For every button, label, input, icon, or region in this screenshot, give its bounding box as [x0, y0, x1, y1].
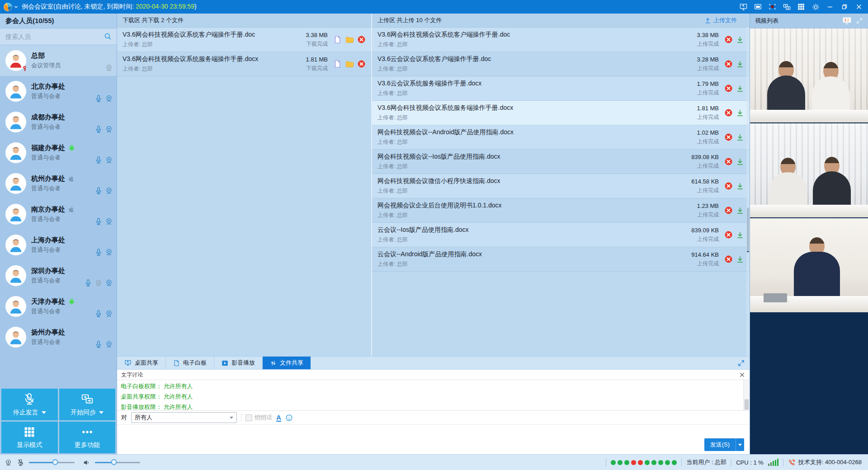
sync-screens-icon[interactable]: [779, 0, 794, 14]
mic-muted-icon[interactable]: [17, 459, 24, 466]
download-file-icon[interactable]: [736, 207, 744, 215]
delete-file-icon[interactable]: [724, 230, 733, 239]
open-folder-icon[interactable]: [345, 35, 354, 44]
upload-file-row[interactable]: 网会科技视频会议--Android版产品使用指南.docx 上传者: 总部 1.…: [372, 125, 750, 150]
download-file-icon[interactable]: [736, 85, 744, 93]
mic-icon[interactable]: [94, 94, 103, 103]
mic-icon[interactable]: [94, 248, 103, 256]
participant-row[interactable]: 福建办事处 普通与会者: [0, 137, 117, 168]
webcam-icon[interactable]: [5, 459, 12, 466]
display-mode-button[interactable]: 显示模式: [1, 422, 58, 453]
participant-row[interactable]: 总部 会议管理员: [0, 45, 117, 76]
download-file-icon[interactable]: [736, 109, 744, 117]
download-file-row[interactable]: V3.6网会科技视频会议系统客户端操作手册.doc 上传者: 总部 3.38 M…: [117, 28, 371, 52]
participant-row[interactable]: 北京办事处 普通与会者: [0, 76, 117, 107]
video-thumbnail-3[interactable]: [750, 218, 868, 313]
window-mode-icon[interactable]: [750, 0, 765, 14]
webcam-icon[interactable]: [105, 310, 113, 318]
more-functions-button[interactable]: 更多功能: [59, 422, 116, 453]
delete-file-icon[interactable]: [724, 182, 733, 190]
scrollbar-thumb[interactable]: [745, 400, 749, 409]
delete-file-icon[interactable]: [724, 108, 733, 117]
mic-icon[interactable]: [94, 217, 103, 226]
scrollbar-thumb[interactable]: [747, 208, 749, 252]
tab-desktop-share[interactable]: 桌面共享: [117, 357, 166, 369]
mic-icon[interactable]: [94, 156, 103, 164]
tab-file-share[interactable]: 文件共享: [263, 357, 311, 369]
send-options-caret[interactable]: [736, 438, 744, 451]
participant-row[interactable]: 扬州办事处 普通与会者: [0, 322, 117, 352]
record-icon[interactable]: [765, 0, 779, 14]
open-folder-icon[interactable]: [345, 60, 354, 69]
upload-file-row[interactable]: 网会科技视频会议--Ios版产品使用指南.docx 上传者: 总部 839.08…: [372, 150, 750, 174]
open-file-icon[interactable]: [333, 60, 342, 68]
webcam-icon[interactable]: [105, 248, 113, 256]
mic-icon[interactable]: [94, 187, 103, 195]
download-file-icon[interactable]: [736, 182, 744, 190]
mic-icon[interactable]: [94, 125, 103, 133]
delete-file-icon[interactable]: [724, 157, 733, 166]
webcam-icon[interactable]: [105, 187, 113, 195]
webcam-icon[interactable]: [105, 340, 113, 348]
webcam-icon[interactable]: [105, 217, 113, 226]
download-file-icon[interactable]: [736, 231, 744, 239]
participant-row[interactable]: 南京办事处 普通与会者: [0, 199, 117, 230]
download-file-row[interactable]: V3.6网会科技视频会议系统服务端操作手册.docx 上传者: 总部 1.81 …: [117, 52, 371, 76]
upload-file-row[interactable]: 网会科技视频会议微信小程序快速指南.docx 上传者: 总部 614.58 KB…: [372, 174, 750, 198]
download-file-icon[interactable]: [736, 158, 744, 166]
font-settings-icon[interactable]: A: [276, 414, 281, 422]
webcam-disabled-icon[interactable]: [105, 64, 113, 72]
slider-knob[interactable]: [52, 459, 58, 465]
delete-file-icon[interactable]: [357, 60, 366, 68]
download-file-icon[interactable]: [736, 133, 744, 141]
upload-file-row[interactable]: 云会议--Android版产品使用指南.docx 上传者: 总部 914.64 …: [372, 247, 750, 272]
mic-icon[interactable]: [84, 279, 92, 287]
start-sync-button[interactable]: 开始同步: [59, 389, 116, 420]
emoji-icon[interactable]: [285, 414, 293, 422]
download-file-icon[interactable]: [736, 255, 744, 263]
close-button[interactable]: [852, 0, 866, 14]
upload-file-row[interactable]: V3.6网会科技视频会议系统客户端操作手册.doc 上传者: 总部 3.38 M…: [372, 28, 750, 52]
delete-file-icon[interactable]: [724, 84, 733, 93]
delete-file-icon[interactable]: [724, 60, 733, 68]
delete-file-icon[interactable]: [724, 35, 733, 44]
mic-icon[interactable]: [94, 340, 103, 348]
expand-panel-icon[interactable]: [737, 357, 745, 369]
webcam-disabled-icon[interactable]: [94, 279, 103, 287]
chat-close-icon[interactable]: [739, 371, 745, 378]
display-grid-icon[interactable]: [794, 0, 808, 14]
delete-file-icon[interactable]: [724, 255, 733, 263]
open-file-icon[interactable]: [333, 35, 342, 44]
webcam-icon[interactable]: [105, 125, 113, 133]
delete-file-icon[interactable]: [357, 35, 366, 44]
video-layout-icon[interactable]: 12: [842, 17, 852, 25]
recipient-select[interactable]: 所有人: [131, 412, 237, 423]
participant-row[interactable]: 深圳办事处 普通与会者: [0, 260, 117, 291]
upload-file-row[interactable]: V3.6云会议系统服务端操作手册.docx 上传者: 总部 1.79 MB 上传…: [372, 76, 750, 101]
tab-whiteboard[interactable]: 电子白板: [166, 357, 214, 369]
participant-row[interactable]: 上海办事处 普通与会者: [0, 230, 117, 260]
search-icon[interactable]: [104, 32, 112, 42]
webcam-icon[interactable]: [105, 279, 113, 287]
video-thumbnail-2[interactable]: [750, 123, 868, 218]
participant-row[interactable]: 杭州办事处 普通与会者: [0, 168, 117, 199]
whisper-option[interactable]: 悄悄话: [245, 414, 272, 422]
screen-share-icon[interactable]: [736, 0, 750, 14]
speaker-icon[interactable]: [83, 459, 90, 466]
chevron-down-icon[interactable]: [14, 5, 19, 9]
search-input[interactable]: [0, 33, 117, 40]
app-logo-icon[interactable]: [4, 3, 12, 11]
upload-list-scrollbar[interactable]: [746, 27, 750, 356]
delete-file-icon[interactable]: [724, 206, 733, 215]
upload-file-row[interactable]: 网会视频会议企业后台使用说明书1.0.1.docx 上传者: 总部 1.23 M…: [372, 198, 750, 223]
upload-file-row[interactable]: V3.6云会议会议系统客户端操作手册.doc 上传者: 总部 3.28 MB 上…: [372, 52, 750, 76]
webcam-icon[interactable]: [105, 156, 113, 164]
participant-row[interactable]: 天津办事处 普通与会者: [0, 291, 117, 322]
send-button[interactable]: 发送(S): [704, 438, 744, 451]
download-file-icon[interactable]: [736, 60, 744, 68]
maximize-button[interactable]: [837, 0, 852, 14]
mic-volume-slider[interactable]: [29, 462, 75, 463]
upload-file-row[interactable]: V3.6网会科技视频会议系统服务端操作手册.docx 上传者: 总部 1.81 …: [372, 101, 750, 125]
slider-knob[interactable]: [111, 459, 117, 465]
chat-scrollbar[interactable]: [743, 380, 750, 410]
